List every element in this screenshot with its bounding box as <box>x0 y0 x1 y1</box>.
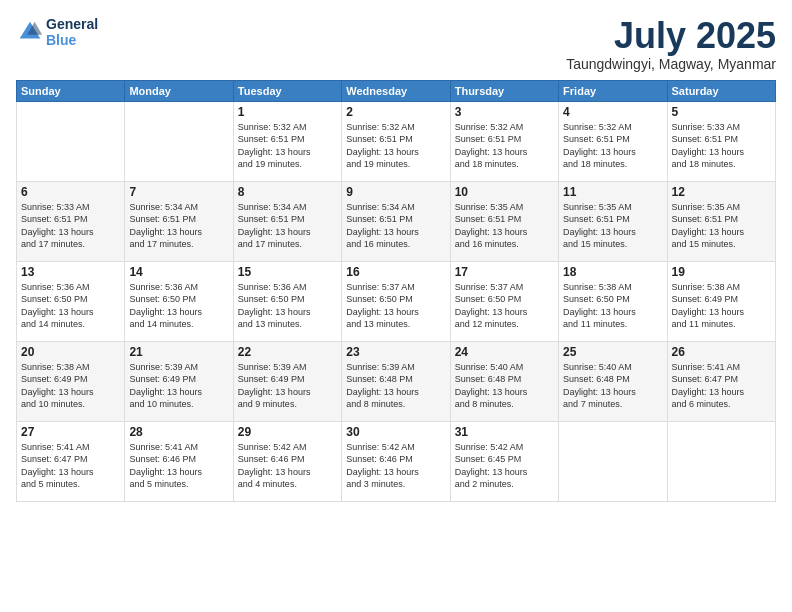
subtitle: Taungdwingyi, Magway, Myanmar <box>566 56 776 72</box>
day-number: 25 <box>563 345 662 359</box>
calendar-cell: 24Sunrise: 5:40 AM Sunset: 6:48 PM Dayli… <box>450 341 558 421</box>
day-number: 13 <box>21 265 120 279</box>
day-info: Sunrise: 5:37 AM Sunset: 6:50 PM Dayligh… <box>455 281 554 331</box>
calendar-cell: 1Sunrise: 5:32 AM Sunset: 6:51 PM Daylig… <box>233 101 341 181</box>
day-info: Sunrise: 5:42 AM Sunset: 6:45 PM Dayligh… <box>455 441 554 491</box>
day-info: Sunrise: 5:38 AM Sunset: 6:49 PM Dayligh… <box>21 361 120 411</box>
day-info: Sunrise: 5:32 AM Sunset: 6:51 PM Dayligh… <box>238 121 337 171</box>
calendar-cell: 18Sunrise: 5:38 AM Sunset: 6:50 PM Dayli… <box>559 261 667 341</box>
day-info: Sunrise: 5:32 AM Sunset: 6:51 PM Dayligh… <box>455 121 554 171</box>
day-info: Sunrise: 5:42 AM Sunset: 6:46 PM Dayligh… <box>346 441 445 491</box>
day-number: 24 <box>455 345 554 359</box>
day-number: 2 <box>346 105 445 119</box>
calendar-cell: 6Sunrise: 5:33 AM Sunset: 6:51 PM Daylig… <box>17 181 125 261</box>
day-info: Sunrise: 5:36 AM Sunset: 6:50 PM Dayligh… <box>238 281 337 331</box>
day-number: 23 <box>346 345 445 359</box>
calendar-week-row: 27Sunrise: 5:41 AM Sunset: 6:47 PM Dayli… <box>17 421 776 501</box>
calendar-cell: 15Sunrise: 5:36 AM Sunset: 6:50 PM Dayli… <box>233 261 341 341</box>
day-info: Sunrise: 5:39 AM Sunset: 6:49 PM Dayligh… <box>238 361 337 411</box>
day-number: 9 <box>346 185 445 199</box>
calendar-cell: 3Sunrise: 5:32 AM Sunset: 6:51 PM Daylig… <box>450 101 558 181</box>
calendar-cell <box>667 421 775 501</box>
day-number: 31 <box>455 425 554 439</box>
calendar-table: Sunday Monday Tuesday Wednesday Thursday… <box>16 80 776 502</box>
calendar-cell <box>559 421 667 501</box>
calendar-cell: 11Sunrise: 5:35 AM Sunset: 6:51 PM Dayli… <box>559 181 667 261</box>
calendar-cell: 21Sunrise: 5:39 AM Sunset: 6:49 PM Dayli… <box>125 341 233 421</box>
day-number: 5 <box>672 105 771 119</box>
calendar-week-row: 1Sunrise: 5:32 AM Sunset: 6:51 PM Daylig… <box>17 101 776 181</box>
calendar-cell: 4Sunrise: 5:32 AM Sunset: 6:51 PM Daylig… <box>559 101 667 181</box>
day-info: Sunrise: 5:35 AM Sunset: 6:51 PM Dayligh… <box>563 201 662 251</box>
day-info: Sunrise: 5:34 AM Sunset: 6:51 PM Dayligh… <box>129 201 228 251</box>
day-number: 3 <box>455 105 554 119</box>
day-info: Sunrise: 5:37 AM Sunset: 6:50 PM Dayligh… <box>346 281 445 331</box>
title-block: July 2025 Taungdwingyi, Magway, Myanmar <box>566 16 776 72</box>
day-info: Sunrise: 5:40 AM Sunset: 6:48 PM Dayligh… <box>455 361 554 411</box>
day-info: Sunrise: 5:36 AM Sunset: 6:50 PM Dayligh… <box>129 281 228 331</box>
day-info: Sunrise: 5:40 AM Sunset: 6:48 PM Dayligh… <box>563 361 662 411</box>
calendar-cell: 26Sunrise: 5:41 AM Sunset: 6:47 PM Dayli… <box>667 341 775 421</box>
header-monday: Monday <box>125 80 233 101</box>
day-number: 7 <box>129 185 228 199</box>
header-wednesday: Wednesday <box>342 80 450 101</box>
calendar-cell <box>125 101 233 181</box>
day-info: Sunrise: 5:35 AM Sunset: 6:51 PM Dayligh… <box>672 201 771 251</box>
calendar-cell: 13Sunrise: 5:36 AM Sunset: 6:50 PM Dayli… <box>17 261 125 341</box>
day-number: 29 <box>238 425 337 439</box>
day-info: Sunrise: 5:33 AM Sunset: 6:51 PM Dayligh… <box>672 121 771 171</box>
day-number: 21 <box>129 345 228 359</box>
day-info: Sunrise: 5:32 AM Sunset: 6:51 PM Dayligh… <box>563 121 662 171</box>
calendar-cell: 9Sunrise: 5:34 AM Sunset: 6:51 PM Daylig… <box>342 181 450 261</box>
calendar-cell: 12Sunrise: 5:35 AM Sunset: 6:51 PM Dayli… <box>667 181 775 261</box>
calendar-cell: 2Sunrise: 5:32 AM Sunset: 6:51 PM Daylig… <box>342 101 450 181</box>
calendar-cell: 7Sunrise: 5:34 AM Sunset: 6:51 PM Daylig… <box>125 181 233 261</box>
calendar-cell: 27Sunrise: 5:41 AM Sunset: 6:47 PM Dayli… <box>17 421 125 501</box>
day-number: 4 <box>563 105 662 119</box>
day-number: 1 <box>238 105 337 119</box>
day-info: Sunrise: 5:41 AM Sunset: 6:47 PM Dayligh… <box>672 361 771 411</box>
calendar-header-row: Sunday Monday Tuesday Wednesday Thursday… <box>17 80 776 101</box>
day-number: 19 <box>672 265 771 279</box>
calendar-cell: 8Sunrise: 5:34 AM Sunset: 6:51 PM Daylig… <box>233 181 341 261</box>
day-info: Sunrise: 5:32 AM Sunset: 6:51 PM Dayligh… <box>346 121 445 171</box>
calendar-cell: 31Sunrise: 5:42 AM Sunset: 6:45 PM Dayli… <box>450 421 558 501</box>
day-number: 14 <box>129 265 228 279</box>
day-number: 15 <box>238 265 337 279</box>
day-number: 20 <box>21 345 120 359</box>
month-title: July 2025 <box>566 16 776 56</box>
day-info: Sunrise: 5:39 AM Sunset: 6:49 PM Dayligh… <box>129 361 228 411</box>
day-number: 28 <box>129 425 228 439</box>
day-number: 6 <box>21 185 120 199</box>
logo-text: General Blue <box>46 16 98 48</box>
header-sunday: Sunday <box>17 80 125 101</box>
day-info: Sunrise: 5:39 AM Sunset: 6:48 PM Dayligh… <box>346 361 445 411</box>
day-number: 30 <box>346 425 445 439</box>
day-number: 8 <box>238 185 337 199</box>
day-info: Sunrise: 5:36 AM Sunset: 6:50 PM Dayligh… <box>21 281 120 331</box>
day-info: Sunrise: 5:33 AM Sunset: 6:51 PM Dayligh… <box>21 201 120 251</box>
calendar-cell: 20Sunrise: 5:38 AM Sunset: 6:49 PM Dayli… <box>17 341 125 421</box>
calendar-cell: 29Sunrise: 5:42 AM Sunset: 6:46 PM Dayli… <box>233 421 341 501</box>
day-number: 10 <box>455 185 554 199</box>
calendar-cell: 23Sunrise: 5:39 AM Sunset: 6:48 PM Dayli… <box>342 341 450 421</box>
day-info: Sunrise: 5:38 AM Sunset: 6:50 PM Dayligh… <box>563 281 662 331</box>
day-number: 18 <box>563 265 662 279</box>
day-number: 17 <box>455 265 554 279</box>
calendar-cell: 30Sunrise: 5:42 AM Sunset: 6:46 PM Dayli… <box>342 421 450 501</box>
day-info: Sunrise: 5:34 AM Sunset: 6:51 PM Dayligh… <box>346 201 445 251</box>
day-info: Sunrise: 5:34 AM Sunset: 6:51 PM Dayligh… <box>238 201 337 251</box>
day-number: 12 <box>672 185 771 199</box>
day-info: Sunrise: 5:42 AM Sunset: 6:46 PM Dayligh… <box>238 441 337 491</box>
calendar-cell: 25Sunrise: 5:40 AM Sunset: 6:48 PM Dayli… <box>559 341 667 421</box>
calendar-cell: 19Sunrise: 5:38 AM Sunset: 6:49 PM Dayli… <box>667 261 775 341</box>
header-saturday: Saturday <box>667 80 775 101</box>
day-number: 11 <box>563 185 662 199</box>
header-tuesday: Tuesday <box>233 80 341 101</box>
header-friday: Friday <box>559 80 667 101</box>
calendar-cell <box>17 101 125 181</box>
day-info: Sunrise: 5:38 AM Sunset: 6:49 PM Dayligh… <box>672 281 771 331</box>
calendar-week-row: 6Sunrise: 5:33 AM Sunset: 6:51 PM Daylig… <box>17 181 776 261</box>
day-info: Sunrise: 5:41 AM Sunset: 6:46 PM Dayligh… <box>129 441 228 491</box>
calendar-cell: 17Sunrise: 5:37 AM Sunset: 6:50 PM Dayli… <box>450 261 558 341</box>
